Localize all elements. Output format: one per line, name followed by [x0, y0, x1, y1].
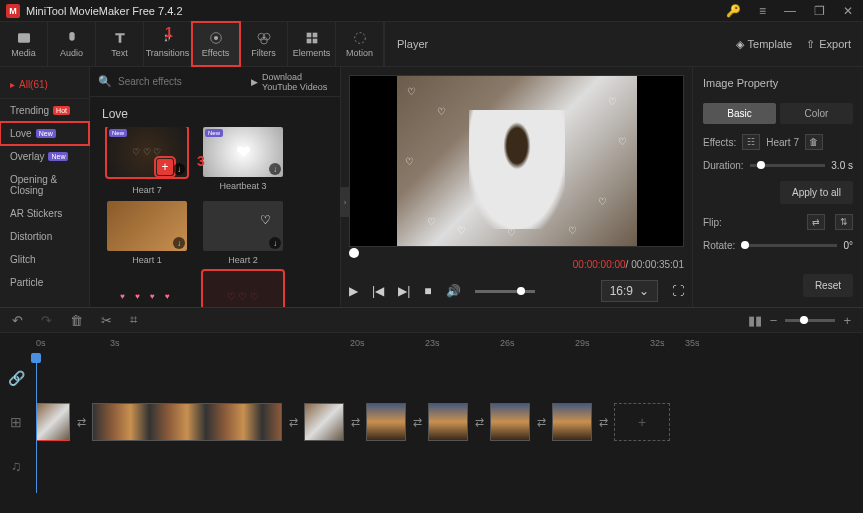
delete-button[interactable]: 🗑	[70, 313, 83, 328]
category-trending[interactable]: Trending Hot	[0, 99, 89, 122]
timeline-clip[interactable]	[490, 403, 530, 441]
audio-track-icon[interactable]: ♫	[0, 458, 32, 474]
svg-point-10	[354, 33, 365, 44]
flip-vertical-button[interactable]: ⇅	[835, 214, 853, 230]
category-sidebar: ▸ All(61) Trending Hot Love New Overlay …	[0, 67, 90, 307]
reset-button[interactable]: Reset	[803, 274, 853, 297]
timeline-clip[interactable]	[428, 403, 468, 441]
category-distortion[interactable]: Distortion	[0, 225, 89, 248]
timeline-clip[interactable]	[92, 403, 282, 441]
duration-value: 3.0 s	[831, 160, 853, 171]
svg-rect-7	[312, 33, 317, 38]
flip-label: Flip:	[703, 217, 722, 228]
nav-filters[interactable]: Filters	[240, 22, 288, 66]
annotation-3: 3	[197, 153, 205, 169]
category-particle[interactable]: Particle	[0, 271, 89, 294]
flip-horizontal-button[interactable]: ⇄	[807, 214, 825, 230]
volume-slider[interactable]	[475, 290, 535, 293]
duration-label: Duration:	[703, 160, 744, 171]
minimize-button[interactable]: —	[780, 2, 800, 20]
prev-frame-button[interactable]: |◀	[372, 284, 384, 298]
svg-rect-8	[306, 39, 311, 44]
effect-heart-2[interactable]: ↓	[203, 201, 283, 251]
transition-icon[interactable]: ⇄	[348, 415, 362, 429]
effect-label: Heart 2	[228, 255, 258, 265]
transition-icon[interactable]: ⇄	[596, 415, 610, 429]
zoom-in-button[interactable]: +	[843, 313, 851, 328]
rotate-slider[interactable]	[741, 244, 837, 247]
time-total: / 00:00:35:01	[626, 259, 684, 270]
timeline-clip[interactable]	[366, 403, 406, 441]
category-all[interactable]: ▸ All(61)	[0, 73, 89, 99]
player-label: Player	[397, 38, 428, 50]
download-icon[interactable]: ↓	[173, 163, 185, 175]
timeline-ruler[interactable]: 0s 3s 20s 23s 26s 29s 32s 35s	[0, 333, 863, 353]
add-effect-button[interactable]: +	[157, 159, 173, 175]
preview-canvas: ♡♡ ♡♡ ♡♡ ♡♡ ♡♡	[349, 75, 684, 247]
export-button[interactable]: ⇧ Export	[806, 38, 851, 51]
play-button[interactable]: ▶	[349, 284, 358, 298]
nav-elements[interactable]: Elements	[288, 22, 336, 66]
add-clip-slot[interactable]: +	[614, 403, 670, 441]
effect-heart-1[interactable]: ↓	[107, 201, 187, 251]
effect-heart-4[interactable]: ↓	[203, 271, 283, 307]
effect-label: Heartbeat 3	[219, 181, 266, 191]
effects-title: Love	[90, 97, 340, 127]
effect-heart-3[interactable]: ↓	[107, 271, 187, 307]
aspect-ratio-select[interactable]: 16:9 ⌄	[601, 280, 658, 302]
category-ar[interactable]: AR Stickers	[0, 202, 89, 225]
transition-icon[interactable]: ⇄	[472, 415, 486, 429]
attach-track-icon[interactable]: 🔗	[0, 370, 32, 386]
nav-media[interactable]: Media	[0, 22, 48, 66]
transition-icon[interactable]: ⇄	[74, 415, 88, 429]
category-love[interactable]: Love New	[0, 122, 89, 145]
annotation-1: 1	[165, 24, 173, 40]
nav-audio[interactable]: Audio	[48, 22, 96, 66]
timeline-clip[interactable]	[36, 403, 70, 441]
download-youtube-button[interactable]: ▶ Download YouTube Videos	[251, 72, 332, 92]
transition-icon[interactable]: ⇄	[410, 415, 424, 429]
cut-button[interactable]: ✂	[101, 313, 112, 328]
menu-icon[interactable]: ≡	[755, 2, 770, 20]
redo-button[interactable]: ↷	[41, 313, 52, 328]
undo-button[interactable]: ↶	[12, 313, 23, 328]
nav-text[interactable]: Text	[96, 22, 144, 66]
marker-icon[interactable]: ▮▮	[748, 313, 762, 328]
next-frame-button[interactable]: ▶|	[398, 284, 410, 298]
fullscreen-button[interactable]: ⛶	[672, 284, 684, 298]
video-track-icon[interactable]: ⊞	[0, 414, 32, 430]
apply-all-button[interactable]: Apply to all	[780, 181, 853, 204]
volume-icon[interactable]: 🔊	[446, 284, 461, 298]
svg-rect-9	[312, 39, 317, 44]
timeline-clip[interactable]	[552, 403, 592, 441]
category-glitch[interactable]: Glitch	[0, 248, 89, 271]
delete-effect-button[interactable]: 🗑	[805, 134, 823, 150]
zoom-slider[interactable]	[785, 319, 835, 322]
time-current: 00:00:00:00	[573, 259, 626, 270]
maximize-button[interactable]: ❐	[810, 2, 829, 20]
transition-icon[interactable]: ⇄	[286, 415, 300, 429]
timeline-clip[interactable]	[304, 403, 344, 441]
crop-button[interactable]: ⌗	[130, 312, 137, 328]
close-button[interactable]: ✕	[839, 2, 857, 20]
transition-icon[interactable]: ⇄	[534, 415, 548, 429]
nav-effects[interactable]: Effects	[192, 22, 240, 66]
props-title: Image Property	[703, 77, 853, 89]
stop-button[interactable]: ■	[424, 284, 431, 298]
effect-label: Heart 7	[132, 185, 162, 195]
search-input[interactable]	[118, 76, 245, 87]
tab-color[interactable]: Color	[780, 103, 853, 124]
playhead[interactable]	[36, 353, 37, 493]
effect-heartbeat-3[interactable]: New↓	[203, 127, 283, 177]
rotate-value: 0°	[843, 240, 853, 251]
zoom-out-button[interactable]: −	[770, 313, 778, 328]
key-icon[interactable]: 🔑	[722, 2, 745, 20]
tab-basic[interactable]: Basic	[703, 103, 776, 124]
template-button[interactable]: ◈ Template	[736, 38, 793, 51]
effects-label: Effects:	[703, 137, 736, 148]
svg-rect-0	[18, 33, 30, 42]
app-title: MiniTool MovieMaker Free 7.4.2	[26, 5, 722, 17]
effect-heart-7[interactable]: New + ↓	[107, 127, 187, 177]
duration-slider[interactable]	[750, 164, 826, 167]
nav-motion[interactable]: Motion	[336, 22, 384, 66]
